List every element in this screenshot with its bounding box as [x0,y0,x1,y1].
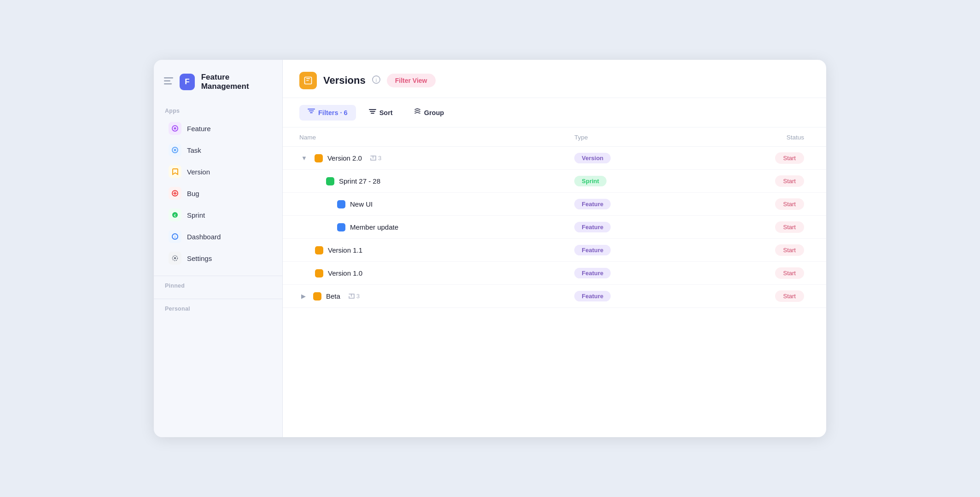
svg-rect-1 [164,80,170,81]
group-button[interactable]: Group [406,104,453,121]
version-label: Version [187,168,210,176]
bug-label: Bug [187,190,199,197]
cell-name: Member update [283,217,565,238]
main-header-icon [299,72,317,89]
status-badge: Start [775,267,804,279]
col-type: Type [565,127,689,147]
settings-label: Settings [187,254,212,262]
type-badge: Feature [574,268,611,278]
status-badge: Start [775,152,804,164]
cell-status: Start [689,147,826,170]
sidebar-item-settings[interactable]: Settings [158,248,278,269]
sidebar-item-feature[interactable]: Feature [158,118,278,139]
expand-btn[interactable]: ▼ [299,155,309,162]
svg-point-12 [174,257,176,259]
type-badge: Sprint [574,176,607,186]
svg-text:i: i [175,235,175,239]
sidebar-apps-list: Feature Task Version Bug € Sprint i Dash… [154,117,282,269]
cell-name: ▼ Version 2.0 3 [283,148,565,169]
main-panel: Versions i Filter View Filters · 6 [283,60,826,437]
cell-status: Start [689,262,826,285]
table-header-row: Name Type Status [283,127,826,147]
table-wrap: Name Type Status ▼ Version 2.0 3 Version [283,127,826,437]
main-table: Name Type Status ▼ Version 2.0 3 Version [283,127,826,308]
cell-status: Start [689,216,826,239]
group-icon [414,108,421,117]
cell-status: Start [689,239,826,262]
type-badge: Feature [574,291,611,301]
main-header: Versions i Filter View [283,60,826,98]
row-color-icon [337,200,345,208]
sort-button[interactable]: Sort [361,105,401,121]
table-body: ▼ Version 2.0 3 Version Start Sprint 27 … [283,147,826,308]
cell-type: Feature [565,262,689,285]
cell-type: Feature [565,239,689,262]
sidebar-item-sprint[interactable]: € Sprint [158,204,278,225]
svg-text:€: € [174,213,176,218]
row-color-icon [315,154,323,162]
table-row: Member update Feature Start [283,216,826,239]
info-icon[interactable]: i [372,75,380,86]
pinned-section-label: Pinned [154,276,282,292]
svg-rect-0 [164,77,173,79]
cell-name: Sprint 27 - 28 [283,171,565,192]
sort-label: Sort [379,109,393,116]
row-color-icon [326,177,334,185]
menu-icon[interactable] [164,77,173,87]
row-color-icon [315,269,323,277]
dashboard-icon: i [169,230,181,243]
sort-icon [369,109,376,117]
filters-button[interactable]: Filters · 6 [299,105,356,121]
cell-name: Version 1.1 [283,240,565,261]
table-row: Sprint 27 - 28 Sprint Start [283,170,826,193]
sidebar-title: Feature Management [201,73,272,91]
main-title: Versions [323,75,366,87]
row-color-icon [313,292,321,301]
sidebar-item-bug[interactable]: Bug [158,183,278,204]
table-row: Version 1.1 Feature Start [283,239,826,262]
expand-btn[interactable]: ▶ [299,293,308,300]
task-label: Task [187,146,201,154]
table-row: ▶ Beta 3 Feature Start [283,285,826,308]
sidebar-item-task[interactable]: Task [158,139,278,161]
cell-name: Version 1.0 [283,263,565,284]
sidebar-item-dashboard[interactable]: i Dashboard [158,226,278,247]
sidebar-item-version[interactable]: Version [158,161,278,182]
cell-status: Start [689,170,826,193]
version-icon [169,165,181,178]
toolbar: Filters · 6 Sort Group [283,98,826,127]
feature-icon [169,122,181,135]
cell-status: Start [689,285,826,308]
type-badge: Feature [574,245,611,255]
svg-text:i: i [376,77,377,83]
sidebar: F Feature Management Apps Feature Task V… [154,60,283,437]
sidebar-logo: F [180,74,195,90]
row-name-label: Sprint 27 - 28 [339,177,380,185]
filter-icon [308,109,315,117]
status-badge: Start [775,221,804,233]
row-name-label: Version 1.1 [328,246,362,254]
sprint-label: Sprint [187,211,205,219]
bug-icon [169,187,181,200]
svg-point-6 [174,149,176,151]
cell-name: New UI [283,194,565,215]
cell-type: Feature [565,285,689,308]
sprint-icon: € [169,208,181,221]
task-icon [169,144,181,156]
row-color-icon [315,246,323,254]
cell-status: Start [689,193,826,216]
cell-type: Version [565,147,689,170]
row-name-label: Beta [326,292,340,300]
svg-point-4 [174,127,176,130]
cell-type: Sprint [565,170,689,193]
type-badge: Feature [574,222,611,232]
table-row: ▼ Version 2.0 3 Version Start [283,147,826,170]
row-name-label: New UI [350,200,373,208]
child-count: 3 [349,293,360,300]
col-name: Name [283,127,565,147]
filter-view-button[interactable]: Filter View [387,74,436,87]
table-row: New UI Feature Start [283,193,826,216]
cell-type: Feature [565,216,689,239]
cell-type: Feature [565,193,689,216]
feature-label: Feature [187,125,211,133]
